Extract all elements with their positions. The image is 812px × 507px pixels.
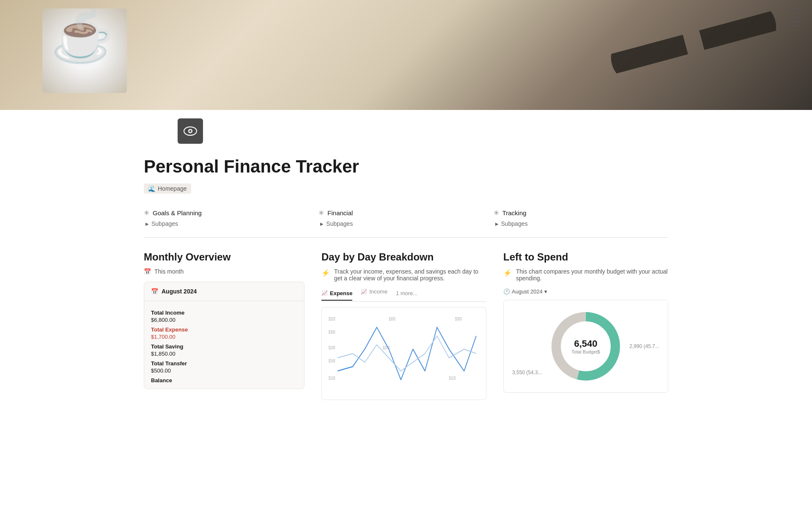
tracking-subpages-label: Subpages bbox=[501, 220, 528, 227]
svg-text:$300: $300 bbox=[389, 317, 395, 322]
expense-tab-icon: 📈 bbox=[321, 290, 328, 296]
main-content: Monthly Overview 📅 This month 📅 August 2… bbox=[144, 251, 668, 400]
homepage-badge[interactable]: 🌊 Homepage bbox=[144, 184, 191, 194]
nav-section-financial: ✳ Financial ▶ Subpages bbox=[318, 206, 493, 230]
lightning-icon: ⚡ bbox=[321, 269, 330, 277]
menu-line-1 bbox=[787, 8, 799, 9]
chevron-down-icon: ▾ bbox=[544, 288, 547, 295]
expense-line-chart: $320 $300 $300 $300 $240 $200 $160 $100 … bbox=[329, 314, 479, 393]
menu-line-2 bbox=[787, 13, 799, 14]
lightning-icon-2: ⚡ bbox=[503, 269, 512, 277]
goals-subpages-label: Subpages bbox=[151, 220, 178, 227]
svg-text:$100: $100 bbox=[329, 376, 335, 381]
chart-tabs: 📈 Expense 📈 Income 1 more... bbox=[321, 288, 486, 302]
svg-text:$300: $300 bbox=[329, 330, 335, 335]
financial-subpages-toggle[interactable]: ▶ Subpages bbox=[318, 220, 493, 227]
nav-sections: ✳ Goals & Planning ▶ Subpages ✳ Financia… bbox=[144, 206, 668, 230]
tracking-link[interactable]: ✳ Tracking bbox=[494, 209, 668, 217]
tracking-asterisk-icon: ✳ bbox=[494, 209, 499, 217]
donut-legend-right-value: 2,990 (45.7... bbox=[629, 343, 659, 349]
nav-section-tracking: ✳ Tracking ▶ Subpages bbox=[494, 206, 668, 230]
calendar-icon-2: 📅 bbox=[151, 288, 158, 295]
homepage-label: Homepage bbox=[158, 185, 187, 192]
clock-icon: 🕐 bbox=[503, 288, 510, 295]
expense-tab-label: Expense bbox=[330, 290, 352, 296]
tracking-arrow-icon: ▶ bbox=[495, 222, 499, 226]
menu-line-4 bbox=[787, 21, 799, 22]
svg-text:$320: $320 bbox=[329, 317, 335, 322]
left-to-spend-desc-text: This chart compares your monthly budget … bbox=[516, 268, 668, 282]
donut-legend-left: 3,550 (54.3... bbox=[512, 370, 542, 375]
total-transfer-value: $500.00 bbox=[151, 367, 297, 374]
page-title: Personal Finance Tracker bbox=[144, 156, 668, 177]
monthly-overview-title: Monthly Overview bbox=[144, 251, 304, 263]
nav-section-goals: ✳ Goals & Planning ▶ Subpages bbox=[144, 206, 318, 230]
total-saving-value: $1,850.00 bbox=[151, 351, 297, 357]
donut-center-value: 6,540 bbox=[571, 338, 600, 349]
total-income-label: Total Income bbox=[151, 310, 297, 316]
svg-text:$240: $240 bbox=[329, 345, 335, 350]
tracking-subpages-toggle[interactable]: ▶ Subpages bbox=[494, 220, 668, 227]
left-to-spend-panel: Left to Spend ⚡ This chart compares your… bbox=[503, 251, 668, 393]
total-income-value: $6,800.00 bbox=[151, 317, 297, 323]
this-month-badge[interactable]: 📅 This month bbox=[144, 268, 304, 275]
goals-asterisk-icon: ✳ bbox=[144, 209, 149, 217]
donut-legend-left-value: 3,550 (54.3... bbox=[512, 370, 542, 375]
august-period-selector[interactable]: 🕐 August 2024 ▾ bbox=[503, 288, 668, 295]
day-breakdown-panel: Day by Day Breakdown ⚡ Track your income… bbox=[321, 251, 486, 400]
financial-asterisk-icon: ✳ bbox=[318, 209, 324, 217]
total-saving-label: Total Saving bbox=[151, 343, 297, 350]
menu-line-3 bbox=[787, 17, 799, 18]
this-month-label: This month bbox=[154, 268, 184, 275]
goals-label: Goals & Planning bbox=[153, 209, 202, 217]
august-period-label: August 2024 bbox=[512, 288, 543, 295]
left-to-spend-title: Left to Spend bbox=[503, 251, 668, 263]
decorative-glasses bbox=[605, 0, 782, 89]
monthly-card-body: Total Income $6,800.00 Total Expense $1,… bbox=[144, 301, 304, 389]
section-divider bbox=[144, 237, 668, 238]
monthly-card-header-label: August 2024 bbox=[162, 288, 197, 295]
hero-banner bbox=[0, 0, 812, 110]
income-tab[interactable]: 📈 Income bbox=[361, 288, 387, 298]
income-tab-icon: 📈 bbox=[361, 289, 367, 295]
financial-arrow-icon: ▶ bbox=[320, 222, 324, 226]
total-expense-value: $1,700.00 bbox=[151, 334, 297, 340]
svg-text:$300: $300 bbox=[455, 317, 462, 322]
day-breakdown-description: ⚡ Track your income, expenses, and savin… bbox=[321, 268, 486, 282]
svg-text:$160: $160 bbox=[329, 358, 335, 363]
page-icon bbox=[178, 118, 203, 144]
left-to-spend-description: ⚡ This chart compares your monthly budge… bbox=[503, 268, 668, 282]
goals-subpages-toggle[interactable]: ▶ Subpages bbox=[144, 220, 318, 227]
svg-point-2 bbox=[189, 130, 192, 132]
donut-legend-right: 2,990 (45.7... bbox=[629, 343, 659, 349]
income-tab-label: Income bbox=[369, 288, 387, 295]
menu-button[interactable] bbox=[787, 8, 799, 26]
tracking-label: Tracking bbox=[502, 209, 527, 217]
calendar-icon: 📅 bbox=[144, 268, 151, 275]
donut-center: 6,540 Total Budget$ bbox=[571, 338, 600, 354]
monthly-overview-panel: Monthly Overview 📅 This month 📅 August 2… bbox=[144, 251, 304, 389]
expense-chart: $320 $300 $300 $300 $240 $200 $160 $100 … bbox=[321, 307, 486, 400]
goals-arrow-icon: ▶ bbox=[145, 222, 149, 226]
svg-text:$100: $100 bbox=[449, 376, 456, 381]
day-breakdown-title: Day by Day Breakdown bbox=[321, 251, 486, 263]
donut-chart-container: 6,540 Total Budget$ 3,550 (54.3... 2,990… bbox=[503, 300, 668, 393]
monthly-card-header: 📅 August 2024 bbox=[144, 282, 304, 301]
expense-tab[interactable]: 📈 Expense bbox=[321, 290, 352, 301]
financial-label: Financial bbox=[327, 209, 353, 217]
day-breakdown-desc-text: Track your income, expenses, and savings… bbox=[334, 268, 486, 282]
total-transfer-label: Total Transfer bbox=[151, 360, 297, 367]
goals-planning-link[interactable]: ✳ Goals & Planning bbox=[144, 209, 318, 217]
total-expense-label: Total Expense bbox=[151, 326, 297, 333]
wave-icon: 🌊 bbox=[148, 185, 155, 192]
financial-subpages-label: Subpages bbox=[326, 220, 353, 227]
monthly-card: 📅 August 2024 Total Income $6,800.00 Tot… bbox=[144, 282, 304, 389]
donut-center-label: Total Budget$ bbox=[571, 349, 600, 354]
menu-line-5 bbox=[787, 25, 799, 26]
more-tabs-link[interactable]: 1 more... bbox=[396, 290, 417, 296]
financial-link[interactable]: ✳ Financial bbox=[318, 209, 493, 217]
balance-label: Balance bbox=[151, 377, 297, 384]
